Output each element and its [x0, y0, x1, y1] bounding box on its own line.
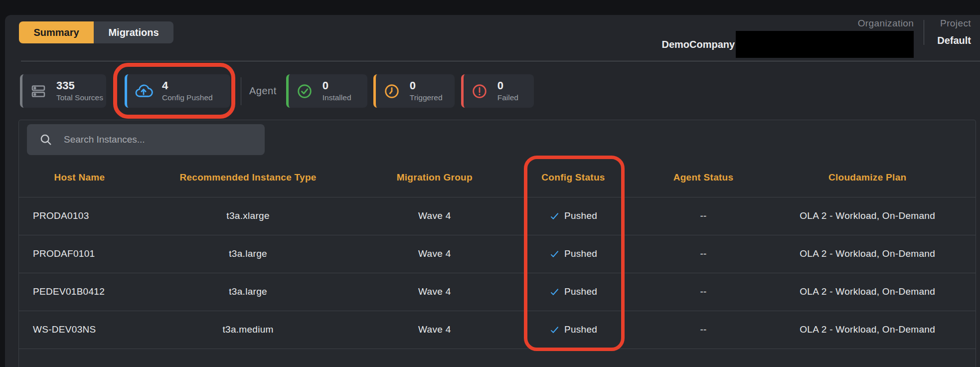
instances-panel: Host Name Recommended Instance Type Migr…: [18, 120, 976, 367]
redaction-box: [736, 31, 914, 58]
cell-instance-type: t3a.xlarge: [126, 197, 370, 235]
stats-row: 335 Total Sources 4 Config Pushed Agent …: [20, 74, 534, 108]
table-header-row: Host Name Recommended Instance Type Migr…: [19, 158, 976, 197]
table-row: PEDEV01B0412 t3a.large Wave 4 Pushed -- …: [19, 273, 976, 311]
table-row-partial: [19, 349, 976, 366]
cell-migration-group: Wave 4: [370, 197, 499, 235]
cell-config-status: Pushed: [499, 311, 647, 349]
total-sources-card[interactable]: 335 Total Sources: [20, 74, 106, 108]
account-context: Organization DemoCompany Project Default: [662, 18, 972, 58]
table-row: PRODA0103 t3a.xlarge Wave 4 Pushed -- OL…: [19, 197, 976, 235]
cell-cloudamize-plan: OLA 2 - Workload, On-Demand: [759, 235, 976, 273]
check-icon: [549, 249, 560, 259]
view-tabs: Summary Migrations: [19, 21, 173, 43]
cell-instance-type: t3a.large: [126, 235, 370, 273]
table-row: PRODAF0101 t3a.large Wave 4 Pushed -- OL…: [19, 235, 976, 273]
installed-label: Installed: [323, 93, 351, 102]
search-input[interactable]: [64, 134, 253, 145]
column-host-name: Host Name: [19, 158, 126, 197]
cell-host-name: PRODA0103: [19, 197, 126, 235]
search-icon: [39, 133, 53, 147]
total-sources-value: 335: [56, 80, 103, 92]
column-migration-group: Migration Group: [370, 158, 499, 197]
check-icon: [549, 287, 560, 297]
cell-instance-type: t3a.medium: [126, 311, 370, 349]
triggered-value: 0: [410, 80, 443, 92]
config-pushed-label: Config Pushed: [162, 93, 213, 102]
header-divider: [21, 61, 980, 61]
organization-value: DemoCompany: [662, 39, 735, 50]
project-label: Project: [940, 18, 971, 29]
cell-agent-status: --: [648, 235, 760, 273]
config-pushed-card[interactable]: 4 Config Pushed: [125, 74, 230, 108]
cell-host-name: WS-DEV03NS: [19, 311, 126, 349]
column-instance-type: Recommended Instance Type: [126, 158, 370, 197]
agent-failed-card[interactable]: 0 Failed: [461, 74, 534, 108]
failed-label: Failed: [497, 93, 518, 102]
account-divider: [924, 20, 924, 45]
cell-cloudamize-plan: OLA 2 - Workload, On-Demand: [759, 311, 976, 349]
installed-value: 0: [323, 80, 351, 92]
instances-table: Host Name Recommended Instance Type Migr…: [19, 158, 976, 366]
project-value: Default: [937, 35, 971, 46]
tab-summary[interactable]: Summary: [19, 21, 94, 43]
agent-group-divider: [241, 77, 241, 105]
total-sources-label: Total Sources: [56, 93, 103, 102]
cell-config-status: Pushed: [499, 235, 647, 273]
cell-config-status: Pushed: [499, 273, 647, 311]
server-icon: [29, 82, 47, 100]
cell-host-name: PEDEV01B0412: [19, 273, 126, 311]
table-row: WS-DEV03NS t3a.medium Wave 4 Pushed -- O…: [19, 311, 976, 349]
check-icon: [549, 211, 560, 221]
config-pushed-value: 4: [162, 80, 213, 92]
cell-cloudamize-plan: OLA 2 - Workload, On-Demand: [759, 197, 976, 235]
search-box[interactable]: [27, 124, 265, 155]
tab-migrations[interactable]: Migrations: [94, 21, 173, 43]
agent-triggered-card[interactable]: 0 Triggered: [373, 74, 455, 108]
cell-migration-group: Wave 4: [370, 235, 499, 273]
check-circle-icon: [296, 82, 314, 100]
cell-instance-type: t3a.large: [126, 273, 370, 311]
project-block: Project Default: [937, 18, 971, 46]
triggered-label: Triggered: [410, 93, 443, 102]
cell-agent-status: --: [648, 311, 760, 349]
cell-host-name: PRODAF0101: [19, 235, 126, 273]
cell-migration-group: Wave 4: [370, 311, 499, 349]
agent-group-label: Agent: [249, 85, 277, 97]
cell-agent-status: --: [648, 197, 760, 235]
cell-agent-status: --: [648, 273, 760, 311]
column-config-status: Config Status: [499, 158, 647, 197]
organization-label: Organization: [858, 18, 914, 29]
failed-value: 0: [497, 80, 518, 92]
clock-icon: [383, 82, 401, 100]
cell-migration-group: Wave 4: [370, 273, 499, 311]
column-agent-status: Agent Status: [648, 158, 760, 197]
column-cloudamize-plan: Cloudamize Plan: [759, 158, 976, 197]
alert-circle-icon: [471, 82, 489, 100]
organization-block: Organization DemoCompany: [662, 18, 914, 58]
cloud-upload-icon: [134, 82, 153, 101]
cell-config-status: Pushed: [499, 197, 647, 235]
cell-cloudamize-plan: OLA 2 - Workload, On-Demand: [759, 273, 976, 311]
agent-installed-card[interactable]: 0 Installed: [286, 74, 367, 108]
check-icon: [549, 325, 560, 335]
